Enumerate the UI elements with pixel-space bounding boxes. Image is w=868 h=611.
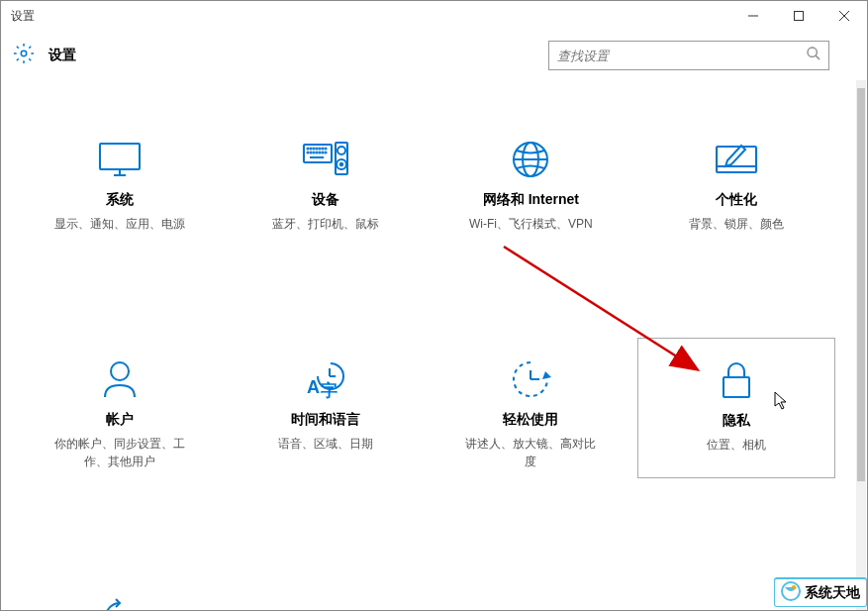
tile-ease-of-access[interactable]: 轻松使用 讲述人、放大镜、高对比度 xyxy=(433,350,630,478)
tile-desc: 蓝牙、打印机、鼠标 xyxy=(272,215,379,233)
globe-icon xyxy=(511,138,550,181)
close-button[interactable] xyxy=(821,1,867,31)
svg-point-14 xyxy=(316,148,317,149)
svg-point-12 xyxy=(310,148,311,149)
tile-title: 网络和 Internet xyxy=(483,191,579,209)
svg-rect-1 xyxy=(795,12,804,21)
svg-point-13 xyxy=(313,148,314,149)
update-icon xyxy=(100,595,140,610)
tile-privacy[interactable]: 隐私 位置、相机 xyxy=(637,338,835,478)
window-title: 设置 xyxy=(11,8,35,25)
person-icon xyxy=(101,357,139,401)
tile-title: 设备 xyxy=(312,191,339,209)
page-title: 设置 xyxy=(48,47,76,64)
watermark-icon xyxy=(781,581,801,604)
tile-network[interactable]: 网络和 Internet Wi-Fi、飞行模式、VPN xyxy=(433,130,630,241)
tile-desc: 语音、区域、日期 xyxy=(278,435,373,453)
tile-update[interactable]: 更新和安全 xyxy=(21,587,219,610)
svg-text:A: A xyxy=(307,377,320,397)
svg-point-27 xyxy=(338,147,345,154)
ease-icon xyxy=(510,357,551,401)
svg-point-19 xyxy=(310,152,311,153)
svg-point-4 xyxy=(21,51,27,56)
scrollbar[interactable] xyxy=(856,80,866,610)
maximize-button[interactable] xyxy=(776,1,821,31)
svg-point-24 xyxy=(325,152,326,153)
svg-point-22 xyxy=(319,152,320,153)
tile-desc: 背景、锁屏、颜色 xyxy=(689,215,784,233)
search-icon xyxy=(806,46,821,65)
search-container xyxy=(548,41,829,70)
tile-title: 轻松使用 xyxy=(503,411,558,429)
watermark: 系统天地 xyxy=(775,578,866,606)
content-area: 系统 显示、通知、应用、电源 设备 蓝牙、打印机、鼠标 xyxy=(1,80,855,610)
svg-line-6 xyxy=(816,55,820,59)
tile-desc: Wi-Fi、飞行模式、VPN xyxy=(469,215,593,233)
header: 设置 xyxy=(1,31,867,80)
tile-accounts[interactable]: 帐户 你的帐户、同步设置、工作、其他用户 xyxy=(21,350,219,478)
svg-point-16 xyxy=(322,148,323,149)
tile-title: 系统 xyxy=(106,191,134,209)
tile-system[interactable]: 系统 显示、通知、应用、电源 xyxy=(21,130,219,241)
settings-grid: 系统 显示、通知、应用、电源 设备 蓝牙、打印机、鼠标 xyxy=(21,130,835,610)
titlebar: 设置 xyxy=(1,1,867,31)
svg-point-21 xyxy=(316,152,317,153)
svg-point-17 xyxy=(325,148,326,149)
svg-text:字: 字 xyxy=(321,381,338,399)
tile-devices[interactable]: 设备 蓝牙、打印机、鼠标 xyxy=(227,130,425,241)
svg-point-35 xyxy=(111,362,129,380)
tile-desc: 显示、通知、应用、电源 xyxy=(54,215,185,233)
display-icon xyxy=(97,138,143,181)
svg-point-20 xyxy=(313,152,314,153)
svg-rect-43 xyxy=(723,377,749,397)
svg-marker-42 xyxy=(542,371,551,379)
watermark-text: 系统天地 xyxy=(805,584,860,602)
window-controls xyxy=(730,1,867,31)
tile-desc: 讲述人、放大镜、高对比度 xyxy=(461,435,600,470)
svg-point-15 xyxy=(319,148,320,149)
time-language-icon: A 字 xyxy=(304,357,347,401)
tile-title: 帐户 xyxy=(106,411,134,429)
tile-title: 时间和语言 xyxy=(291,411,360,429)
minimize-button[interactable] xyxy=(730,1,776,31)
lock-icon xyxy=(720,358,753,402)
tile-time-language[interactable]: A 字 时间和语言 语音、区域、日期 xyxy=(227,350,425,478)
svg-point-47 xyxy=(792,585,796,589)
svg-point-29 xyxy=(339,163,341,165)
search-input[interactable] xyxy=(548,41,829,70)
gear-icon xyxy=(13,43,35,68)
tile-desc: 你的帐户、同步设置、工作、其他用户 xyxy=(50,435,189,470)
personalization-icon xyxy=(714,138,759,181)
scrollbar-thumb[interactable] xyxy=(857,88,865,481)
svg-point-5 xyxy=(808,48,817,56)
tile-desc: 位置、相机 xyxy=(707,436,766,454)
svg-point-23 xyxy=(322,152,323,153)
svg-point-11 xyxy=(307,148,308,149)
svg-rect-7 xyxy=(100,144,140,169)
devices-icon xyxy=(302,138,349,181)
tile-title: 个性化 xyxy=(716,191,757,209)
tile-personalization[interactable]: 个性化 背景、锁屏、颜色 xyxy=(637,130,835,241)
svg-point-18 xyxy=(307,152,308,153)
tile-title: 隐私 xyxy=(723,412,750,430)
